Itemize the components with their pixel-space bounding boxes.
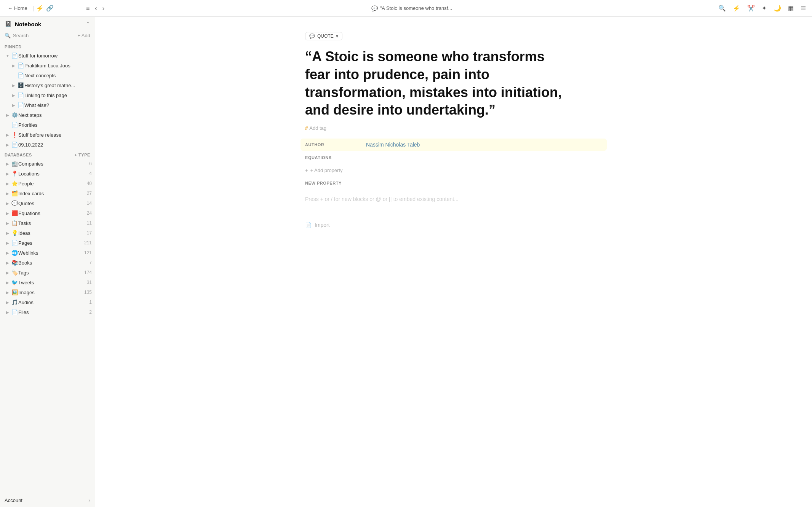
add-page-button[interactable]: + Add (77, 33, 90, 38)
chevron-right-icon: ▶ (5, 132, 11, 138)
nav-forward-button[interactable]: › (100, 3, 107, 13)
pinned-section-label: PINNED (0, 41, 95, 51)
import-icon: 📄 (305, 222, 312, 228)
grid-toolbar-button[interactable]: ▦ (786, 3, 795, 13)
chevron-right-icon: ▶ (11, 102, 17, 108)
equations-property-row: EQUATIONS (305, 151, 602, 163)
sidebar-item-linking-to-this-page[interactable]: ▶ 📄 Linking to this page (2, 90, 93, 100)
sidebar-item-stuff-before-release[interactable]: ▶ ❗ Stuff before release (2, 130, 93, 140)
sidebar-item-stuff-for-tomorrow[interactable]: ▼ 📄 Stuff for tomorrow (2, 51, 93, 61)
sidebar-item-next-steps[interactable]: ▶ ⚙️ Next steps (2, 110, 93, 120)
ideas-icon: 💡 (11, 229, 18, 237)
chevron-right-icon: ▶ (5, 250, 11, 256)
home-button[interactable]: ← Home (5, 4, 30, 13)
sidebar-item-next-concepts[interactable]: 📄 Next concepts (2, 70, 93, 80)
page-icon: 📄 (17, 101, 24, 109)
sidebar-item-praktikum-luca-joos[interactable]: ▶ 📄 Praktikum Luca Joos (2, 61, 93, 70)
sidebar-item-weblinks[interactable]: ▶ 🌐 Weblinks 121 (2, 248, 93, 258)
search-toolbar-button[interactable]: 🔍 (717, 3, 727, 13)
scissors-toolbar-button[interactable]: ✂️ (746, 3, 756, 13)
link-icon: 🔗 (46, 5, 54, 12)
sidebar-item-equations[interactable]: ▶ 🟥 Equations 24 (2, 208, 93, 218)
main-content: 💬 QUOTE ▾ “A Stoic is someone who transf… (282, 17, 625, 507)
quotes-icon: 💬 (11, 199, 18, 207)
companies-icon: 🏢 (11, 160, 18, 167)
author-property-row: AUTHOR Nassim Nicholas Taleb (301, 139, 607, 151)
equations-icon: 🟥 (11, 209, 18, 217)
sidebar-header: 📓 Notebook ⌃ (0, 17, 95, 31)
sidebar-item-priorities[interactable]: 📄 Priorities (2, 120, 93, 130)
sidebar-item-tags[interactable]: ▶ 🏷️ Tags 174 (2, 268, 93, 277)
menu-toolbar-button[interactable]: ☰ (799, 3, 807, 13)
sidebar-item-tasks[interactable]: ▶ 📋 Tasks 11 (2, 218, 93, 228)
topbar-right: 🔍 ⚡ ✂️ ✦ 🌙 ▦ ☰ (717, 3, 807, 13)
sidebar-item-quotes[interactable]: ▶ 💬 Quotes 14 (2, 198, 93, 208)
chevron-icon-empty (5, 122, 11, 128)
editor-placeholder[interactable]: Press + or / for new blocks or @ or [[ t… (305, 193, 602, 205)
account-label: Account (5, 497, 22, 503)
chevron-right-icon: ▶ (5, 180, 11, 187)
sidebar-item-people[interactable]: ▶ ⭐ People 40 (2, 179, 93, 188)
tasks-icon: 📋 (11, 219, 18, 227)
sidebar-item-images[interactable]: ▶ 🖼️ Images 135 (2, 287, 93, 297)
page-icon: 📄 (17, 62, 24, 69)
quote-title: “A Stoic is someone who transforms fear … (305, 48, 564, 119)
sidebar-item-tweets[interactable]: ▶ 🐦 Tweets 31 (2, 277, 93, 287)
collapse-sidebar-button[interactable]: ≡ (84, 3, 92, 13)
sidebar-item-locations[interactable]: ▶ 📍 Locations 4 (2, 169, 93, 179)
chevron-right-icon: ▶ (5, 260, 11, 266)
sidebar-item-audios[interactable]: ▶ 🎵 Audios 1 (2, 297, 93, 307)
quote-badge-label: QUOTE (317, 33, 334, 39)
sidebar-item-what-else[interactable]: ▶ 📄 What else? (2, 100, 93, 110)
author-property-value[interactable]: Nassim Nicholas Taleb (366, 142, 420, 148)
add-tag-label: Add tag (309, 125, 326, 131)
star-toolbar-button[interactable]: ✦ (760, 3, 768, 13)
chevron-right-icon: ▶ (5, 289, 11, 295)
account-section[interactable]: Account › (0, 493, 95, 507)
pages-icon: 📄 (11, 239, 18, 247)
people-icon: ⭐ (11, 180, 18, 187)
audios-icon: 🎵 (11, 298, 18, 306)
sidebar-item-companies[interactable]: ▶ 🏢 Companies 6 (2, 159, 93, 169)
sidebar-item-files[interactable]: ▶ 📄 Files 2 (2, 307, 93, 317)
add-tag-button[interactable]: # Add tag (305, 125, 602, 131)
lightning-toolbar-button[interactable]: ⚡ (731, 3, 742, 13)
chevron-right-icon: ▶ (5, 299, 11, 305)
search-button[interactable]: 🔍 Search (5, 33, 29, 38)
page-icon: 📄 (11, 52, 18, 59)
sidebar-item-09102022[interactable]: ▶ 📄 09.10.2022 (2, 140, 93, 150)
chevron-right-icon: ▶ (5, 190, 11, 196)
nav-back-button[interactable]: ‹ (93, 3, 99, 13)
sidebar-item-books[interactable]: ▶ 📚 Books 7 (2, 258, 93, 268)
quote-badge-icon: 💬 (309, 33, 315, 39)
add-property-button[interactable]: + + Add property (305, 166, 602, 175)
chevron-right-icon: ▶ (5, 210, 11, 216)
chevron-right-icon: ▶ (5, 309, 11, 315)
chevron-down-icon: ▾ (336, 33, 338, 39)
quote-type-badge[interactable]: 💬 QUOTE ▾ (305, 32, 342, 40)
import-button[interactable]: 📄 Import (305, 220, 602, 230)
locations-icon: 📍 (11, 170, 18, 177)
chevron-icon-empty (11, 72, 17, 78)
sidebar-item-index-cards[interactable]: ▶ 🗂️ Index cards 27 (2, 188, 93, 198)
page-type-icon: 💬 (371, 5, 378, 11)
import-label: Import (315, 222, 330, 228)
page-icon: 📄 (11, 121, 18, 129)
notebook-label: 📓 Notebook (5, 21, 41, 27)
add-type-button[interactable]: + Type (74, 153, 90, 157)
topbar-nav: ≡ ‹ › (84, 3, 107, 13)
tags-icon: 🏷️ (11, 269, 18, 276)
sidebar-collapse-button[interactable]: ⌃ (86, 21, 90, 27)
add-label: + Add (77, 33, 90, 38)
plus-icon: + (305, 167, 308, 173)
sidebar-item-ideas[interactable]: ▶ 💡 Ideas 17 (2, 228, 93, 238)
chevron-right-icon: ▶ (11, 82, 17, 88)
moon-toolbar-button[interactable]: 🌙 (772, 3, 783, 13)
sidebar-item-pages[interactable]: ▶ 📄 Pages 211 (2, 238, 93, 248)
sidebar-item-historys-great-mathe[interactable]: ▶ 🗄️ History's great mathe... (2, 80, 93, 90)
chevron-right-icon: ▶ (5, 240, 11, 246)
search-icon: 🔍 (5, 33, 11, 38)
add-property-label: + Add property (310, 167, 343, 173)
page-icon: 📄 (17, 91, 24, 99)
chevron-right-icon: ▶ (5, 112, 11, 118)
